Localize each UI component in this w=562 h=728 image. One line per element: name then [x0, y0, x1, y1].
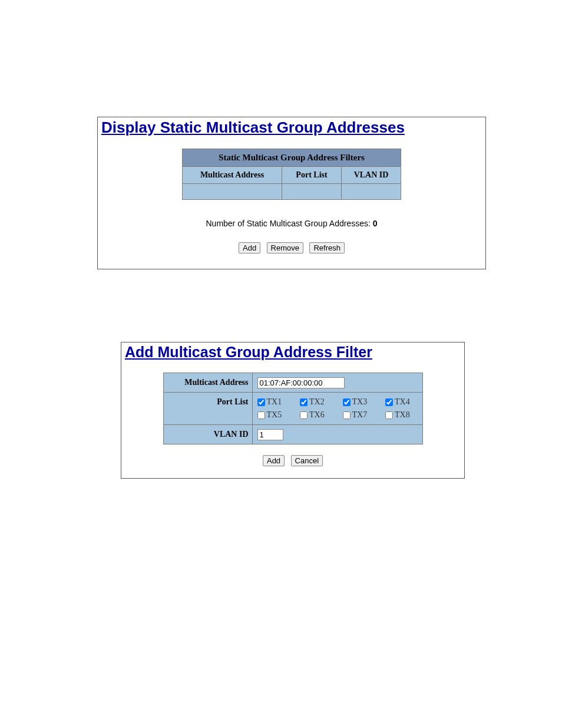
- table-cell-empty: [342, 184, 401, 200]
- count-label: Number of Static Multicast Group Address…: [206, 219, 372, 228]
- port-label: TX5: [267, 410, 282, 420]
- port-checkbox-tx8[interactable]: [385, 411, 393, 419]
- port-list-grid: TX1TX2TX3TX4TX5TX6TX7TX8: [257, 396, 418, 421]
- port-label: TX2: [309, 397, 325, 407]
- page-title: Display Static Multicast Group Addresses: [101, 118, 482, 137]
- port-checkbox-tx2[interactable]: [300, 398, 308, 406]
- label-multicast-address: Multicast Address: [163, 373, 252, 393]
- vlan-id-input[interactable]: [257, 429, 283, 440]
- button-row: Add Remove Refresh: [101, 242, 482, 253]
- port-item-tx1[interactable]: TX1: [257, 397, 290, 407]
- table-cell-empty: [282, 184, 342, 200]
- port-label: TX3: [352, 397, 368, 407]
- col-multicast-address: Multicast Address: [183, 167, 282, 184]
- col-port-list: Port List: [282, 167, 342, 184]
- page-title: Add Multicast Group Address Filter: [125, 344, 461, 361]
- button-row: Add Cancel: [125, 455, 461, 466]
- display-multicast-panel: Display Static Multicast Group Addresses…: [97, 117, 486, 269]
- count-value: 0: [373, 219, 378, 228]
- filters-table: Static Multicast Group Address Filters M…: [182, 149, 401, 200]
- table-cell-empty: [183, 184, 282, 200]
- port-checkbox-tx7[interactable]: [343, 411, 351, 419]
- port-checkbox-tx5[interactable]: [257, 411, 265, 419]
- port-checkbox-tx6[interactable]: [300, 411, 308, 419]
- port-label: TX1: [267, 397, 282, 407]
- port-label: TX7: [352, 410, 368, 420]
- filters-table-header: Static Multicast Group Address Filters: [183, 149, 401, 167]
- port-label: TX8: [395, 410, 410, 420]
- port-checkbox-tx1[interactable]: [257, 398, 265, 406]
- label-port-list: Port List: [163, 393, 252, 425]
- label-vlan-id: VLAN ID: [163, 425, 252, 444]
- port-item-tx6[interactable]: TX6: [300, 410, 332, 420]
- col-vlan-id: VLAN ID: [342, 167, 401, 184]
- port-item-tx7[interactable]: TX7: [343, 410, 375, 420]
- add-multicast-panel: Add Multicast Group Address Filter Multi…: [121, 342, 465, 479]
- refresh-button[interactable]: Refresh: [309, 242, 345, 253]
- port-checkbox-tx3[interactable]: [343, 398, 351, 406]
- add-form-table: Multicast Address Port List TX1TX2TX3TX4…: [163, 373, 423, 444]
- port-checkbox-tx4[interactable]: [385, 398, 393, 406]
- cancel-button[interactable]: Cancel: [291, 455, 323, 466]
- multicast-address-input[interactable]: [257, 377, 345, 388]
- count-line: Number of Static Multicast Group Address…: [101, 219, 482, 228]
- add-button[interactable]: Add: [263, 455, 285, 466]
- port-item-tx2[interactable]: TX2: [300, 397, 332, 407]
- port-label: TX6: [309, 410, 325, 420]
- add-button[interactable]: Add: [239, 242, 260, 253]
- port-item-tx8[interactable]: TX8: [385, 410, 418, 420]
- port-label: TX4: [395, 397, 410, 407]
- remove-button[interactable]: Remove: [267, 242, 303, 253]
- port-item-tx5[interactable]: TX5: [257, 410, 290, 420]
- port-item-tx4[interactable]: TX4: [385, 397, 418, 407]
- port-item-tx3[interactable]: TX3: [343, 397, 375, 407]
